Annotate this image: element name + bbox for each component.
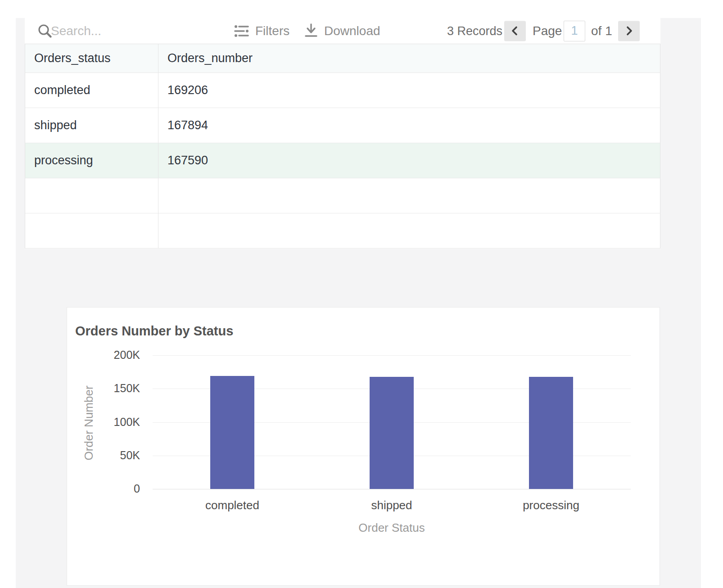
y-axis-tick-label: 100K	[72, 416, 140, 429]
column-header-orders-status[interactable]: Orders_status	[25, 44, 158, 72]
cell-orders-number: 169206	[158, 73, 660, 108]
table-row-empty	[25, 178, 660, 213]
filters-button[interactable]: Filters	[234, 24, 289, 38]
results-table: Orders_status Orders_number completed 16…	[25, 44, 660, 249]
column-header-orders-number[interactable]: Orders_number	[158, 44, 660, 72]
results-panel: Filters Download 3 Records Page of 1	[25, 18, 660, 249]
bar-processing[interactable]	[529, 377, 573, 489]
cell-empty	[158, 213, 660, 248]
filters-icon	[234, 24, 249, 38]
y-axis-tick-label: 200K	[72, 348, 140, 362]
page-label: Page	[533, 24, 562, 38]
table-row-empty	[25, 213, 660, 248]
cell-empty	[25, 178, 158, 213]
prev-page-button[interactable]	[504, 21, 526, 41]
next-page-button[interactable]	[618, 21, 640, 41]
bar-completed[interactable]	[210, 376, 254, 489]
x-axis-tick-label: shipped	[342, 498, 441, 512]
table-row[interactable]: completed 169206	[25, 72, 660, 108]
y-axis-tick-label: 150K	[72, 382, 140, 395]
cell-orders-number: 167590	[158, 143, 660, 178]
x-axis-title: Order Status	[324, 521, 459, 535]
search-icon	[37, 23, 53, 39]
bar-shipped[interactable]	[370, 377, 414, 489]
cell-orders-number: 167894	[158, 108, 660, 143]
cell-orders-status: completed	[25, 73, 158, 108]
filters-label: Filters	[255, 24, 289, 38]
table-header-row: Orders_status Orders_number	[25, 44, 660, 72]
page-number-input[interactable]	[564, 21, 585, 41]
gridline	[153, 355, 631, 356]
chevron-left-icon	[509, 25, 521, 37]
cell-empty	[158, 178, 660, 213]
search-input[interactable]	[51, 24, 199, 38]
table-toolbar: Filters Download 3 Records Page of 1	[25, 18, 660, 44]
table-row[interactable]: shipped 167894	[25, 108, 660, 143]
chart-card: Orders Number by Status Order Number Ord…	[67, 307, 660, 586]
cell-orders-status: shipped	[25, 108, 158, 143]
y-axis-tick-label: 50K	[72, 449, 140, 462]
x-axis-line	[153, 489, 631, 489]
records-count: 3 Records	[447, 24, 502, 38]
table-row-highlighted[interactable]: processing 167590	[25, 143, 660, 178]
x-axis-tick-label: processing	[502, 498, 601, 512]
download-label: Download	[324, 24, 380, 38]
download-button[interactable]: Download	[304, 23, 380, 39]
x-axis-tick-label: completed	[183, 498, 282, 512]
cell-orders-status: processing	[25, 143, 158, 178]
download-icon	[304, 23, 318, 39]
bar-chart: Order Number Order Status 050K100K150K20…	[67, 308, 660, 585]
chevron-right-icon	[623, 25, 635, 37]
page-of-label: of 1	[591, 24, 612, 38]
cell-empty	[25, 213, 158, 248]
y-axis-tick-label: 0	[72, 482, 140, 495]
